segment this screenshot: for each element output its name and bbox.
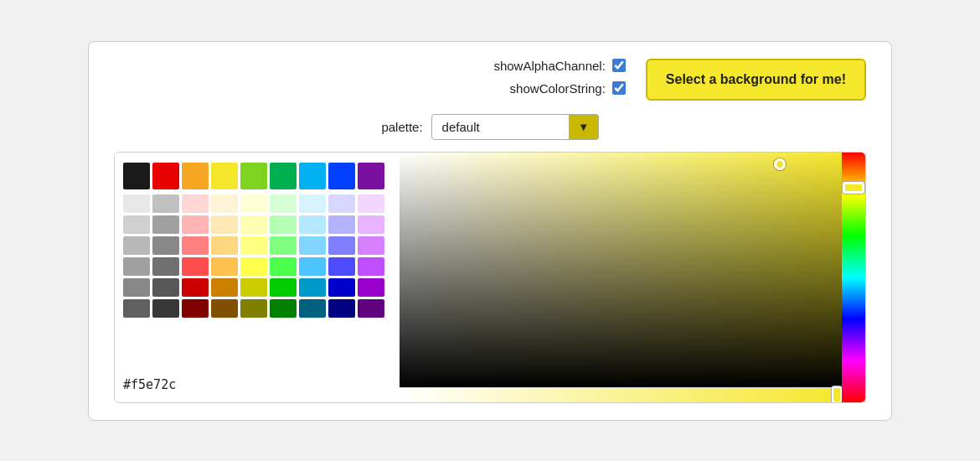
- gradient-canvas-inner: [400, 153, 842, 387]
- grid-swatch[interactable]: [328, 278, 355, 297]
- grid-swatch[interactable]: [299, 278, 326, 297]
- grid-swatch[interactable]: [123, 236, 150, 255]
- grid-swatch[interactable]: [240, 215, 267, 234]
- grid-swatch[interactable]: [182, 194, 209, 213]
- grid-swatch[interactable]: [123, 299, 150, 318]
- grid-swatch[interactable]: [270, 236, 297, 255]
- grid-swatch[interactable]: [240, 278, 267, 297]
- grid-swatch[interactable]: [270, 257, 297, 276]
- top-swatch[interactable]: [240, 163, 267, 189]
- top-swatch[interactable]: [299, 163, 326, 189]
- grid-swatch[interactable]: [270, 215, 297, 234]
- alpha-thumb[interactable]: [832, 386, 842, 403]
- grid-swatch[interactable]: [182, 215, 209, 234]
- show-alpha-row: showAlphaChannel:: [493, 59, 625, 73]
- grid-swatch[interactable]: [328, 299, 355, 318]
- grid-swatch[interactable]: [152, 257, 179, 276]
- main-container: showAlphaChannel: showColorString: Selec…: [88, 41, 892, 421]
- grid-swatch[interactable]: [240, 194, 267, 213]
- swatches-top-row: [123, 163, 391, 189]
- grid-swatch[interactable]: [328, 236, 355, 255]
- grid-swatch[interactable]: [211, 278, 238, 297]
- grid-swatch[interactable]: [152, 194, 179, 213]
- palette-row: palette: default: [114, 114, 866, 140]
- color-string-display: #f5e72c: [123, 364, 391, 392]
- grid-swatch[interactable]: [270, 299, 297, 318]
- checkboxes-section: showAlphaChannel: showColorString:: [493, 59, 625, 96]
- grid-swatch[interactable]: [123, 257, 150, 276]
- top-swatch[interactable]: [182, 163, 209, 189]
- grid-swatch[interactable]: [358, 215, 384, 234]
- grid-swatch[interactable]: [270, 194, 297, 213]
- palette-select-wrapper[interactable]: default: [431, 114, 599, 140]
- palette-dropdown-arrow[interactable]: [569, 114, 599, 140]
- grid-swatch[interactable]: [211, 194, 238, 213]
- grid-swatch[interactable]: [182, 257, 209, 276]
- grid-swatch[interactable]: [270, 278, 297, 297]
- palette-swatches: #f5e72c: [115, 153, 400, 402]
- grid-swatch[interactable]: [358, 299, 384, 318]
- grid-swatch[interactable]: [152, 299, 179, 318]
- top-swatch[interactable]: [270, 163, 297, 189]
- grid-swatch[interactable]: [358, 236, 384, 255]
- grid-swatch[interactable]: [299, 215, 326, 234]
- grid-swatch[interactable]: [328, 257, 355, 276]
- swatches-grid: [123, 194, 391, 318]
- grid-swatch[interactable]: [358, 194, 384, 213]
- grid-swatch[interactable]: [152, 215, 179, 234]
- alpha-bar[interactable]: [400, 387, 842, 402]
- grid-swatch[interactable]: [123, 278, 150, 297]
- grid-swatch[interactable]: [152, 236, 179, 255]
- palette-label: palette:: [381, 120, 422, 134]
- grid-swatch[interactable]: [182, 236, 209, 255]
- grid-swatch[interactable]: [328, 194, 355, 213]
- hue-bar[interactable]: [842, 153, 865, 402]
- grid-swatch[interactable]: [152, 278, 179, 297]
- grid-swatch[interactable]: [123, 194, 150, 213]
- top-swatch[interactable]: [123, 163, 150, 189]
- grid-swatch[interactable]: [299, 299, 326, 318]
- grid-swatch[interactable]: [211, 257, 238, 276]
- gradient-canvas[interactable]: [400, 153, 842, 387]
- gradient-section: [400, 153, 842, 402]
- show-alpha-label: showAlphaChannel:: [493, 59, 605, 73]
- grid-swatch[interactable]: [182, 278, 209, 297]
- show-color-string-row: showColorString:: [493, 81, 625, 96]
- grid-swatch[interactable]: [328, 215, 355, 234]
- grid-swatch[interactable]: [211, 299, 238, 318]
- show-color-string-checkbox[interactable]: [612, 81, 626, 95]
- grid-swatch[interactable]: [299, 194, 326, 213]
- grid-swatch[interactable]: [240, 236, 267, 255]
- top-controls: showAlphaChannel: showColorString: Selec…: [114, 59, 866, 101]
- show-color-string-label: showColorString:: [510, 81, 606, 96]
- color-picker-area: #f5e72c: [114, 152, 866, 403]
- grid-swatch[interactable]: [358, 278, 384, 297]
- grid-swatch[interactable]: [240, 299, 267, 318]
- select-background-button[interactable]: Select a background for me!: [646, 59, 866, 101]
- grid-swatch[interactable]: [299, 257, 326, 276]
- top-swatch[interactable]: [328, 163, 355, 189]
- top-swatch[interactable]: [211, 163, 238, 189]
- top-swatch[interactable]: [152, 163, 179, 189]
- grid-swatch[interactable]: [358, 257, 384, 276]
- grid-swatch[interactable]: [211, 215, 238, 234]
- show-alpha-checkbox[interactable]: [612, 59, 626, 72]
- hue-thumb[interactable]: [843, 182, 864, 194]
- grid-swatch[interactable]: [123, 215, 150, 234]
- grid-swatch[interactable]: [211, 236, 238, 255]
- grid-swatch[interactable]: [182, 299, 209, 318]
- grid-swatch[interactable]: [240, 257, 267, 276]
- grid-swatch[interactable]: [299, 236, 326, 255]
- top-swatch[interactable]: [358, 163, 384, 189]
